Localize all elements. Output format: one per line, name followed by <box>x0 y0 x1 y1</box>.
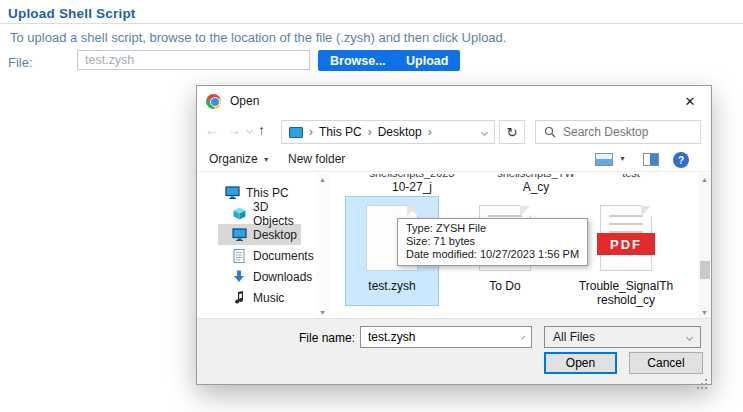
file-item-clipped[interactable]: shellscripts_2023 10-27_j <box>357 174 467 194</box>
scrollbar-thumb[interactable] <box>700 261 710 279</box>
help-icon[interactable]: ? <box>673 152 689 168</box>
navigation-sidebar: This PC 3D Objects Desktop Documents <box>197 173 316 319</box>
monitor-icon <box>224 186 240 200</box>
sidebar-label: This PC <box>246 186 289 200</box>
chrome-icon <box>206 94 221 109</box>
command-toolbar: Organize ▼ New folder ▼ ? <box>197 148 711 172</box>
file-label: test.zysh <box>346 279 438 293</box>
tooltip-size: Size: 71 bytes <box>406 235 579 248</box>
up-icon[interactable]: ↑ <box>258 122 265 138</box>
page-fold-shade <box>641 206 651 216</box>
resize-grip[interactable] <box>705 379 707 381</box>
sidebar-label: Documents <box>253 249 314 263</box>
breadcrumb-desktop[interactable]: Desktop <box>378 125 422 139</box>
sidebar-item-3d-objects[interactable]: 3D Objects <box>218 203 301 224</box>
pdf-file-icon: PDF <box>600 205 652 271</box>
file-item-clipped[interactable]: shellscripts_TW A_cy <box>481 174 591 194</box>
breadcrumb-separator: › <box>428 125 432 139</box>
monitor-icon <box>231 228 247 242</box>
cube-icon <box>231 207 247 221</box>
sidebar-item-downloads[interactable]: Downloads <box>218 266 301 287</box>
this-pc-icon <box>289 127 303 138</box>
scroll-up-icon[interactable]: ▲ <box>698 173 711 186</box>
new-folder-button[interactable]: New folder <box>288 152 345 166</box>
download-arrow-icon <box>231 270 247 284</box>
view-dropdown-icon[interactable]: ▼ <box>619 155 626 162</box>
divider <box>0 23 743 24</box>
file-label: 10-27_j <box>357 181 467 194</box>
change-view-icon[interactable] <box>595 153 613 166</box>
sidebar-item-desktop[interactable]: Desktop <box>218 224 301 245</box>
page-fold-shade <box>407 206 417 216</box>
upload-instruction: To upload a shell script, browse to the … <box>10 30 506 45</box>
file-tooltip: Type: ZYSH File Size: 71 bytes Date modi… <box>397 218 588 266</box>
breadcrumb-separator: › <box>368 125 372 139</box>
open-button[interactable]: Open <box>544 352 617 374</box>
browse-button[interactable]: Browse... <box>318 50 398 71</box>
clipped-label: test <box>601 174 661 180</box>
document-icon <box>231 249 247 263</box>
sidebar-item-music[interactable]: Music <box>218 287 301 308</box>
navigation-bar: ← → ↑ › This PC › Desktop › ↻ <box>197 116 711 148</box>
preview-pane-icon[interactable] <box>643 153 659 166</box>
forward-icon[interactable]: → <box>227 122 241 138</box>
dialog-title: Open <box>230 94 259 108</box>
file-item-clipped[interactable]: test <box>601 174 661 180</box>
sidebar-label: Desktop <box>253 228 297 242</box>
file-list-scrollbar[interactable]: ▲ ▼ <box>698 173 711 319</box>
file-name-input[interactable] <box>368 330 523 344</box>
file-name-combobox[interactable] <box>360 326 532 348</box>
breadcrumb-this-pc[interactable]: This PC <box>319 125 362 139</box>
file-type-select[interactable]: All Files <box>544 326 701 348</box>
file-icon-wrap: PDF <box>576 197 676 275</box>
back-icon[interactable]: ← <box>205 122 219 138</box>
tooltip-date: Date modified: 10/27/2023 1:56 PM <box>406 248 579 261</box>
upload-button[interactable]: Upload <box>394 50 460 71</box>
scroll-up-icon[interactable]: ▲ <box>316 173 329 186</box>
recent-locations-icon[interactable] <box>246 127 253 134</box>
file-label: Trouble_SignalTh reshold_cy <box>576 279 676 307</box>
search-box[interactable] <box>535 120 701 144</box>
page-fold-shade <box>520 206 530 216</box>
organize-menu[interactable]: Organize ▼ <box>209 152 270 166</box>
address-dropdown-icon[interactable] <box>481 128 488 135</box>
sidebar-label: Downloads <box>253 270 312 284</box>
search-icon <box>544 126 556 138</box>
address-bar[interactable]: › This PC › Desktop › <box>281 120 495 144</box>
file-label: To Do <box>459 279 551 293</box>
sidebar-label: 3D Objects <box>253 200 301 228</box>
page-title: Upload Shell Script <box>8 6 136 21</box>
refresh-button[interactable]: ↻ <box>499 120 525 144</box>
file-type-value: All Files <box>553 330 595 344</box>
file-path-input[interactable] <box>77 50 310 70</box>
file-label: File: <box>8 55 33 70</box>
sidebar-label: Music <box>253 291 284 305</box>
chevron-down-icon: ▼ <box>263 156 270 163</box>
search-input[interactable] <box>563 125 683 139</box>
music-note-icon <box>231 291 247 305</box>
pdf-badge: PDF <box>597 233 655 255</box>
sidebar-scrollbar[interactable]: ▲ ▼ <box>316 173 329 319</box>
dialog-footer: File name: All Files Open Cancel <box>197 318 711 384</box>
sidebar-item-documents[interactable]: Documents <box>218 245 301 266</box>
organize-label: Organize <box>209 152 258 166</box>
dialog-titlebar[interactable]: Open ✕ <box>197 86 711 116</box>
breadcrumb-separator: › <box>309 125 313 139</box>
file-item-pdf[interactable]: PDF Trouble_SignalTh reshold_cy <box>576 197 676 307</box>
open-file-dialog: Open ✕ ← → ↑ › This PC › Desktop › ↻ <box>196 85 712 385</box>
file-label: A_cy <box>481 181 591 194</box>
chevron-down-icon <box>686 333 693 340</box>
close-icon[interactable]: ✕ <box>669 86 711 116</box>
tooltip-type: Type: ZYSH File <box>406 222 579 235</box>
file-name-label: File name: <box>297 331 355 345</box>
new-folder-label: New folder <box>288 152 345 166</box>
cancel-button[interactable]: Cancel <box>629 352 703 374</box>
